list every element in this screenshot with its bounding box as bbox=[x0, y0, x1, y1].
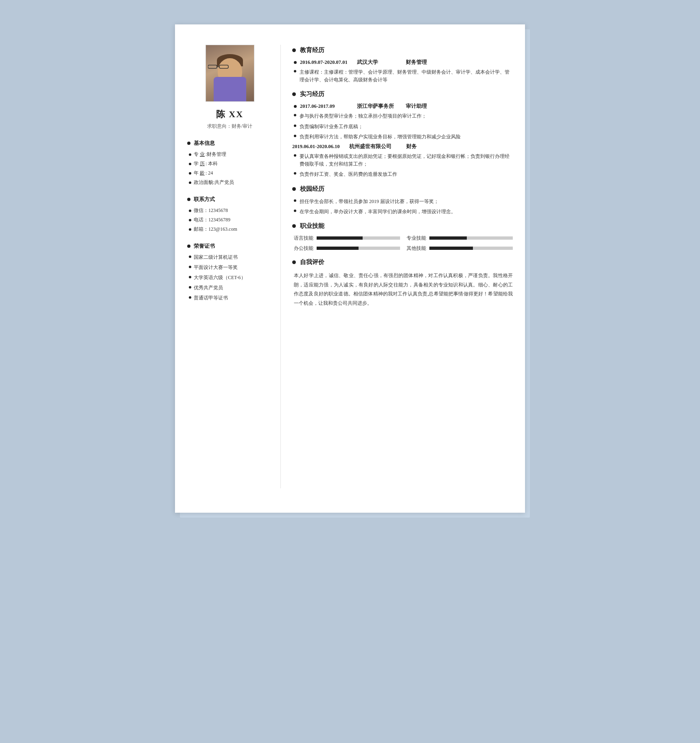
job-intent: 求职意向：财务/审计 bbox=[207, 123, 252, 130]
edu-entry: 2016.09.07-2020.07.01 武汉大学 财务管理 bbox=[292, 59, 513, 66]
skill-bar bbox=[317, 247, 400, 250]
bullet-icon bbox=[292, 260, 296, 264]
contact-wechat: 微信：12345678 bbox=[187, 207, 272, 214]
intern-item: 参与执行各类型审计业务；独立承担小型项目的审计工作； bbox=[292, 112, 513, 120]
campus-section-title: 校园经历 bbox=[292, 185, 513, 193]
bullet-icon bbox=[187, 198, 190, 201]
candidate-name: 陈 XX bbox=[216, 108, 243, 120]
bullet-icon bbox=[187, 142, 190, 145]
bullet-icon bbox=[294, 61, 297, 64]
campus-item: 担任学生会部长，带领社员参加 2019 届设计比赛，获得一等奖； bbox=[292, 198, 513, 205]
honor-item: 优秀共产党员 bbox=[187, 284, 272, 291]
skill-bar-fill bbox=[317, 236, 363, 240]
bullet-icon bbox=[292, 187, 296, 191]
bullet-icon bbox=[189, 296, 191, 299]
bullet-icon bbox=[294, 210, 296, 212]
bullet-icon bbox=[294, 125, 296, 127]
honor-item: 普通话甲等证书 bbox=[187, 295, 272, 302]
intern-item: 负责编制审计业务工作底稿； bbox=[292, 123, 513, 131]
left-column: 陈 XX 求职意向：财务/审计 基本信息 专 业 :财务管理 学 历 : 本科 bbox=[175, 45, 281, 488]
skill-bar-fill bbox=[317, 247, 359, 250]
campus-item: 在学生会期间，举办设计大赛，丰富同学们的课余时间，增强设计理念。 bbox=[292, 208, 513, 216]
bullet-icon bbox=[294, 199, 296, 202]
bullet-icon bbox=[189, 172, 191, 175]
intern-entry-1: 2017.06-2017.09 浙江华萨事务所 审计助理 bbox=[292, 103, 513, 110]
bullet-icon bbox=[292, 48, 296, 52]
bullet-icon bbox=[189, 181, 191, 184]
self-eval-text: 本人好学上进，诚信、敬业、责任心强，有强烈的团体精神，对工作认真积极，严谨负责。… bbox=[292, 271, 513, 308]
edu-courses: 主修课程：主修课程：主修课程：管理学、会计学原理、财务管理、中级财务会计、审计学… bbox=[292, 68, 513, 84]
bullet-icon bbox=[292, 224, 296, 228]
honor-title: 荣誉证书 bbox=[187, 243, 272, 250]
skills-section: 职业技能 语言技能 专业技能 bbox=[292, 222, 513, 252]
info-politics: 政治面貌:共产党员 bbox=[187, 179, 272, 186]
skills-grid: 语言技能 专业技能 办公技能 bbox=[292, 235, 513, 252]
bullet-icon bbox=[294, 70, 296, 72]
basic-info-title: 基本信息 bbox=[187, 140, 272, 147]
info-age: 年 龄 : 24 bbox=[187, 170, 272, 177]
resume-page: 陈 XX 求职意向：财务/审计 基本信息 专 业 :财务管理 学 历 : 本科 bbox=[175, 24, 525, 513]
bullet-icon bbox=[294, 135, 296, 137]
intern-item: 负责作好工资、奖金、医药费的造册发放工作 bbox=[292, 170, 513, 178]
intern-item: 要认真审查各种报销或支出的原始凭证；要根据原始凭证，记好现金和银行帐；负责到银行… bbox=[292, 153, 513, 168]
contact-title: 联系方式 bbox=[187, 196, 272, 203]
info-edu: 学 历 : 本科 bbox=[187, 160, 272, 167]
bullet-icon bbox=[189, 228, 191, 231]
skill-bar-fill bbox=[429, 247, 473, 250]
honor-item: 平面设计大赛一等奖 bbox=[187, 264, 272, 271]
bullet-icon bbox=[189, 276, 191, 278]
bullet-icon bbox=[189, 219, 191, 221]
edu-section-title: 教育经历 bbox=[292, 46, 513, 54]
svg-rect-0 bbox=[208, 65, 217, 68]
honor-item: 国家二级计算机证书 bbox=[187, 254, 272, 261]
contact-section: 联系方式 微信：12345678 电话：123456789 邮箱：123@163… bbox=[187, 196, 272, 235]
intern-section: 实习经历 2017.06-2017.09 浙江华萨事务所 审计助理 参与执行各类… bbox=[292, 90, 513, 178]
info-major: 专 业 :财务管理 bbox=[187, 151, 272, 158]
skill-bar-fill bbox=[429, 236, 467, 240]
skill-bar bbox=[429, 236, 513, 240]
bullet-icon bbox=[294, 172, 296, 175]
skill-bar bbox=[317, 236, 400, 240]
skill-professional: 专业技能 bbox=[407, 235, 513, 242]
svg-rect-1 bbox=[219, 65, 228, 68]
skill-office: 办公技能 bbox=[294, 245, 400, 252]
intern-entry-2: 2019.06.01-2020.06.10 杭州盛世有限公司 财务 bbox=[292, 143, 513, 150]
bullet-icon bbox=[189, 153, 191, 156]
skill-language: 语言技能 bbox=[294, 235, 400, 242]
contact-email: 邮箱：123@163.com bbox=[187, 226, 272, 233]
self-eval-section: 自我评价 本人好学上进，诚信、敬业、责任心强，有强烈的团体精神，对工作认真积极，… bbox=[292, 258, 513, 308]
basic-info-section: 基本信息 专 业 :财务管理 学 历 : 本科 年 龄 : 24 bbox=[187, 140, 272, 188]
bullet-icon bbox=[294, 105, 297, 108]
edu-section: 教育经历 2016.09.07-2020.07.01 武汉大学 财务管理 主修课… bbox=[292, 46, 513, 84]
bullet-icon bbox=[189, 266, 191, 268]
bullet-icon bbox=[189, 163, 191, 165]
skills-section-title: 职业技能 bbox=[292, 222, 513, 230]
bullet-icon bbox=[187, 245, 190, 248]
bullet-icon bbox=[189, 210, 191, 212]
contact-phone: 电话：123456789 bbox=[187, 216, 272, 223]
bullet-icon bbox=[292, 92, 296, 96]
intern-item: 负责利用审计方法，帮助客户实现业务目标，增强管理能力和减少企业风险 bbox=[292, 133, 513, 141]
skill-other: 其他技能 bbox=[407, 245, 513, 252]
bullet-icon bbox=[189, 256, 191, 258]
right-column: 教育经历 2016.09.07-2020.07.01 武汉大学 财务管理 主修课… bbox=[281, 45, 525, 488]
bullet-icon bbox=[294, 114, 296, 116]
bullet-icon bbox=[294, 154, 296, 157]
honor-item: 大学英语六级（CET-6） bbox=[187, 274, 272, 281]
campus-section: 校园经历 担任学生会部长，带领社员参加 2019 届设计比赛，获得一等奖； 在学… bbox=[292, 185, 513, 216]
bullet-icon bbox=[189, 286, 191, 288]
honor-section: 荣誉证书 国家二级计算机证书 平面设计大赛一等奖 大学英语六级（CET-6） 优… bbox=[187, 243, 272, 305]
intern-section-title: 实习经历 bbox=[292, 90, 513, 98]
self-eval-title: 自我评价 bbox=[292, 258, 513, 266]
avatar bbox=[206, 45, 254, 102]
skill-bar bbox=[429, 247, 513, 250]
